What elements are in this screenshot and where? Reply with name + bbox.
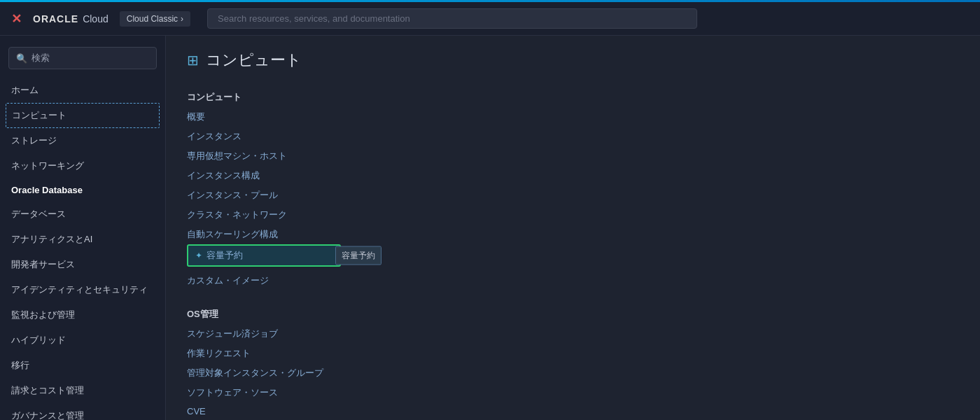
menu-item-auto-scaling[interactable]: 自動スケーリング構成 [187,225,959,244]
menu-item-custom-image[interactable]: カスタム・イメージ [187,271,959,290]
main-layout: 🔍 検索 ホーム コンピュート ストレージ ネットワーキング Oracle Da… [0,36,980,420]
global-search [207,8,697,29]
sidebar-search-label: 検索 [31,52,50,64]
brand-logo: ORACLE Cloud [33,13,108,24]
capacity-reservation-tooltip: 容量予約 [335,246,382,265]
capacity-reservation-label: 容量予約 [206,249,243,262]
chevron-right-icon: › [181,14,183,24]
sidebar-item-database[interactable]: データベース [0,202,165,227]
sidebar-item-migrate[interactable]: 移行 [0,353,165,378]
sidebar-item-storage[interactable]: ストレージ [0,128,165,153]
compute-icon: ⊞ [187,52,199,69]
cloud-classic-button[interactable]: Cloud Classic › [120,11,190,27]
sidebar: 🔍 検索 ホーム コンピュート ストレージ ネットワーキング Oracle Da… [0,36,166,420]
menu-item-overview[interactable]: 概要 [187,107,959,127]
close-button[interactable]: ✕ [11,11,22,27]
sidebar-item-billing[interactable]: 請求とコスト管理 [0,378,165,403]
menu-item-work-request[interactable]: 作業リクエスト [187,344,959,363]
menu-section-os: OS管理 スケジュール済ジョブ 作業リクエスト 管理対象インスタンス・グループ … [187,304,959,420]
menu-item-software-source[interactable]: ソフトウェア・ソース [187,383,959,402]
sidebar-item-home[interactable]: ホーム [0,78,165,103]
sidebar-item-governance[interactable]: ガバナンスと管理 [0,403,165,420]
sidebar-item-networking[interactable]: ネットワーキング [0,153,165,178]
sidebar-search-box[interactable]: 🔍 検索 [8,47,157,69]
content-header: ⊞ コンピュート [187,50,959,71]
menu-item-instances[interactable]: インスタンス [187,127,959,146]
navbar: ✕ ORACLE Cloud Cloud Classic › [0,2,980,36]
search-icon: 🔍 [16,53,27,64]
sidebar-item-developer[interactable]: 開発者サービス [0,252,165,277]
sidebar-item-hybrid[interactable]: ハイブリッド [0,328,165,353]
sidebar-item-oracle-database[interactable]: Oracle Database [0,178,165,202]
sidebar-item-compute[interactable]: コンピュート [6,103,160,128]
sidebar-search-container: 🔍 検索 [0,41,165,75]
search-input[interactable] [207,8,697,29]
menu-item-instance-config[interactable]: インスタンス構成 [187,166,959,186]
sidebar-item-analytics-ai[interactable]: アナリティクスとAI [0,227,165,252]
menu-item-capacity-reservation[interactable]: ✦ 容量予約 容量予約 [187,244,341,267]
menu-section-compute: コンピュート 概要 インスタンス 専用仮想マシン・ホスト インスタンス構成 イン… [187,88,959,290]
content-area: ⊞ コンピュート コンピュート 概要 インスタンス 専用仮想マシン・ホスト イン… [166,36,980,420]
cloud-classic-label: Cloud Classic [127,14,178,24]
sidebar-item-monitoring[interactable]: 監視および管理 [0,302,165,328]
menu-item-scheduled-jobs[interactable]: スケジュール済ジョブ [187,324,959,344]
menu-item-managed-instance[interactable]: 管理対象インスタンス・グループ [187,363,959,383]
menu-item-os-header[interactable]: OS管理 [187,304,959,324]
menu-item-compute-header[interactable]: コンピュート [187,88,959,107]
menu-item-dedicated-vm[interactable]: 専用仮想マシン・ホスト [187,146,959,166]
page-title: コンピュート [206,50,302,71]
capacity-reservation-icon: ✦ [195,251,202,260]
cloud-text: Cloud [83,13,108,24]
oracle-text: ORACLE [33,13,78,24]
menu-item-instance-pool[interactable]: インスタンス・プール [187,186,959,205]
sidebar-item-identity-security[interactable]: アイデンティティとセキュリティ [0,277,165,302]
menu-item-cve[interactable]: CVE [187,402,959,420]
menu-item-cluster-network[interactable]: クラスタ・ネットワーク [187,205,959,225]
